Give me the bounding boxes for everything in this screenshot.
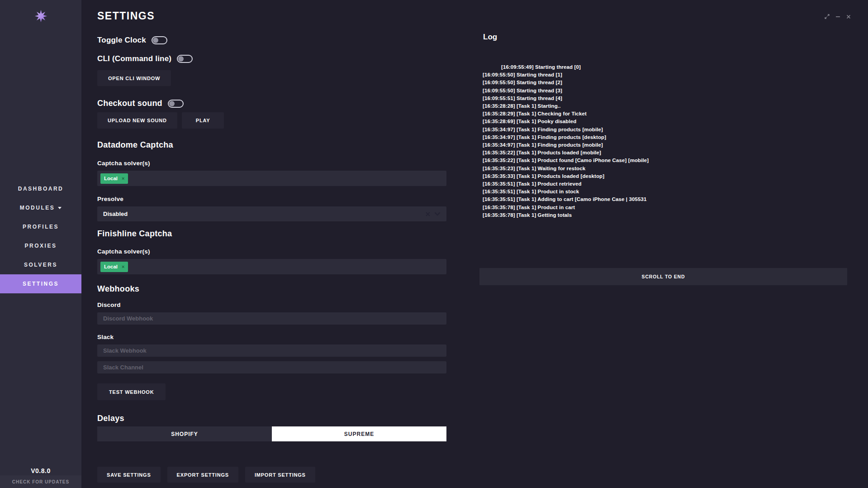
sidebar: DASHBOARD MODULES PROFILES PROXIES: [0, 0, 81, 488]
discord-label: Discord: [97, 301, 446, 310]
solver-chip-label: Local: [104, 264, 118, 269]
datadome-captcha-heading: Datadome Captcha: [97, 140, 446, 151]
sidebar-item-label: PROXIES: [25, 243, 57, 249]
log-entry: [16:35:28:29] [Task 1] Checking for Tick…: [483, 110, 844, 118]
log-entry: [16:35:35:51] [Task 1] Product in stock: [483, 188, 844, 196]
sidebar-item[interactable]: MODULES: [0, 198, 81, 217]
toggle-clock-switch[interactable]: [152, 36, 167, 44]
log-entry: [16:35:35:78] [Task 1] Getting totals: [483, 211, 844, 219]
scroll-to-end-button[interactable]: SCROLL TO END: [479, 268, 847, 285]
delays-tab[interactable]: SUPREME: [272, 426, 446, 441]
sidebar-item-label: SETTINGS: [23, 281, 59, 287]
log-entry: [16:09:55:50] Starting thread [1]: [483, 71, 844, 79]
sidebar-item[interactable]: PROXIES: [0, 236, 81, 255]
presolve-label: Presolve: [97, 196, 446, 204]
presolve-value: Disabled: [103, 211, 128, 217]
settings-footer-buttons: SAVE SETTINGS EXPORT SETTINGS IMPORT SET…: [97, 467, 446, 483]
log-entry: [16:35:28:28] [Task 1] Starting..: [483, 102, 844, 110]
checkout-sound-label: Checkout sound: [97, 99, 162, 108]
checkout-sound-row: Checkout sound: [97, 98, 446, 109]
log-entry: [16:35:35:33] [Task 1] Products loaded […: [483, 172, 844, 180]
slack-label: Slack: [97, 334, 446, 342]
finishline-solver-select[interactable]: Local: [97, 259, 446, 274]
log-entry: [16:35:34:97] [Task 1] Finding products …: [483, 134, 844, 141]
sidebar-item-label: PROFILES: [23, 224, 59, 230]
cli-switch[interactable]: [177, 55, 193, 63]
log-entry: [16:35:35:22] [Task 1] Product found [Ca…: [483, 157, 844, 164]
discord-webhook-input[interactable]: [97, 312, 446, 325]
upload-new-sound-button[interactable]: UPLOAD NEW SOUND: [97, 112, 177, 129]
delays-heading: Delays: [97, 414, 446, 425]
delays-tab-label: SHOPIFY: [171, 431, 198, 437]
settings-panel: SETTINGS Toggle Clock CLI (Command line)…: [97, 0, 446, 483]
remove-chip-icon[interactable]: [122, 264, 124, 269]
log-entry: [16:35:34:97] [Task 1] Finding products …: [483, 141, 844, 149]
dropdown-icons: [425, 211, 441, 217]
log-entry: [16:35:35:22] [Task 1] Products loaded […: [483, 149, 844, 157]
page-title: SETTINGS: [97, 10, 446, 21]
log-entry: [16:35:34:97] [Task 1] Finding products …: [483, 126, 844, 134]
toggle-knob: [153, 38, 158, 43]
solver-chip: Local: [100, 262, 128, 272]
log-entry: [16:35:35:51] [Task 1] Product retrieved: [483, 180, 844, 188]
finishline-captcha-heading: Finishline Captcha: [97, 229, 446, 240]
remove-chip-icon[interactable]: [122, 176, 124, 181]
sidebar-item-label: MODULES: [20, 205, 55, 211]
cli-row: CLI (Command line): [97, 54, 446, 63]
log-entry: [16:09:55:50] Starting thread [2]: [483, 79, 844, 86]
sidebar-nav: DASHBOARD MODULES PROFILES PROXIES: [0, 179, 81, 293]
chevron-down-icon[interactable]: [434, 212, 441, 216]
log-entry: [16:35:28:69] [Task 1] Pooky disabled: [483, 118, 844, 125]
delays-tabs: SHOPIFY SUPREME: [97, 426, 446, 441]
checkout-sound-switch[interactable]: [168, 100, 184, 108]
version-label: V0.8.0: [0, 467, 81, 474]
solver-chip-label: Local: [104, 176, 118, 181]
sidebar-item[interactable]: PROFILES: [0, 217, 81, 236]
sidebar-item[interactable]: DASHBOARD: [0, 179, 81, 198]
chevron-down-icon: [58, 207, 62, 209]
log-entry: [16:35:35:23] [Task 1] Waiting for resto…: [483, 165, 844, 172]
settings-action-button[interactable]: IMPORT SETTINGS: [245, 467, 315, 483]
webhooks-heading: Webhooks: [97, 284, 446, 295]
log-title: Log: [483, 33, 497, 42]
slack-channel-input[interactable]: [97, 361, 446, 373]
clear-icon[interactable]: [425, 211, 431, 217]
cli-label: CLI (Command line): [97, 54, 171, 63]
slack-webhook-input[interactable]: [97, 344, 446, 357]
open-cli-window-button[interactable]: OPEN CLI WINDOW: [97, 70, 171, 86]
sidebar-item[interactable]: SETTINGS: [0, 274, 81, 293]
log-scroll-area[interactable]: [16:09:55:49] Starting thread [0] [16:09…: [483, 63, 844, 219]
log-panel: Log [16:09:55:49] Starting thread [0] [1…: [479, 0, 847, 488]
log-entry: [16:09:55:50] Starting thread [3]: [483, 87, 844, 95]
delays-tab-label: SUPREME: [344, 431, 374, 437]
sidebar-item-label: DASHBOARD: [18, 186, 64, 192]
log-entry: [16:09:55:51] Starting thread [4]: [483, 95, 844, 102]
datadome-solver-select[interactable]: Local: [97, 171, 446, 186]
sidebar-item-label: SOLVERS: [24, 262, 57, 268]
toggle-knob: [169, 101, 175, 106]
log-entry: [16:35:35:51] [Task 1] Adding to cart [C…: [483, 196, 844, 203]
app-logo: [0, 10, 81, 22]
finishline-solvers-label: Captcha solver(s): [97, 248, 446, 256]
log-entry: [16:09:55:49] Starting thread [0]: [483, 63, 844, 71]
toggle-knob: [178, 56, 184, 62]
solver-chip: Local: [100, 173, 128, 184]
presolve-dropdown[interactable]: Disabled: [97, 206, 446, 221]
toggle-clock-row: Toggle Clock: [97, 36, 446, 45]
log-entry: [16:35:35:78] [Task 1] Product in cart: [483, 204, 844, 211]
settings-action-button[interactable]: SAVE SETTINGS: [97, 467, 161, 483]
datadome-solvers-label: Captcha solver(s): [97, 160, 446, 168]
toggle-clock-label: Toggle Clock: [97, 36, 146, 45]
settings-action-button[interactable]: EXPORT SETTINGS: [167, 467, 238, 483]
eight-point-star-icon: [35, 10, 47, 22]
app-window: DASHBOARD MODULES PROFILES PROXIES: [0, 0, 868, 488]
test-webhook-button[interactable]: TEST WEBHOOK: [97, 383, 166, 400]
play-sound-button[interactable]: PLAY: [182, 112, 224, 129]
delays-tab[interactable]: SHOPIFY: [97, 426, 272, 441]
sidebar-item[interactable]: SOLVERS: [0, 255, 81, 274]
check-for-updates-button[interactable]: CHECK FOR UPDATES: [0, 475, 81, 488]
